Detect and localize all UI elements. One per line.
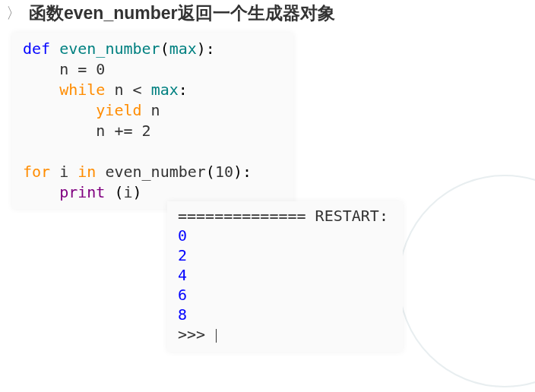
ident-n: n [151,101,160,119]
op-lt: < [133,81,142,99]
op-pluseq: += [114,122,132,140]
output-value: 4 [178,266,187,284]
func-name: even_number [59,40,160,58]
content-area: 〉 函数even_number返回一个生成器对象 def even_number… [0,0,535,209]
keyword-for: for [23,163,50,181]
ident-n: n [59,60,68,78]
repl-prompt: >>> [178,325,214,343]
keyword-in: in [78,163,96,181]
builtin-print: print [59,183,105,201]
keyword-while: while [59,81,105,99]
ident-max: max [151,81,179,99]
chevron-icon: 〉 [6,3,21,24]
keyword-def: def [23,40,50,58]
ident-n: n [96,122,105,140]
func-call: even_number [105,163,205,181]
output-value: 0 [178,226,187,245]
op-eq: = [78,60,87,78]
ident-n: n [114,81,123,99]
heading-title: 函数even_number返回一个生成器对象 [29,2,335,25]
ident-i: i [59,163,68,181]
output-value: 6 [178,286,187,304]
output-value: 8 [178,305,187,324]
output-value: 2 [178,246,187,264]
heading: 〉 函数even_number返回一个生成器对象 [0,0,535,30]
num-two: 2 [142,122,151,140]
restart-line: ============== RESTART: [178,207,388,225]
output-block: ============== RESTART: 0 2 4 6 8 >>> [167,201,403,352]
ident-i: i [123,183,132,201]
param-max: max [169,40,197,58]
keyword-yield: yield [96,101,141,119]
code-block: def even_number(max): n = 0 while n < ma… [12,33,293,209]
num-ten: 10 [215,163,233,181]
cursor [216,329,217,343]
num-zero: 0 [96,60,105,78]
